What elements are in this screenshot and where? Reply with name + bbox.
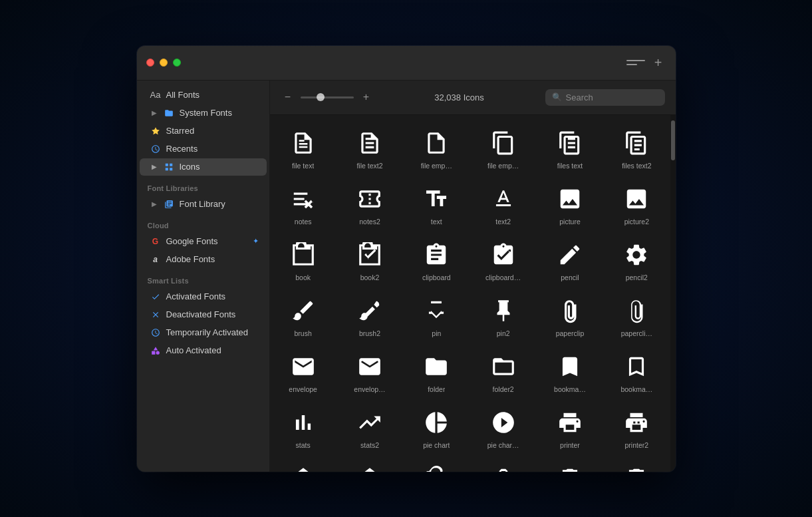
icon-label-stats2: stats2 [360, 441, 379, 449]
zoom-in-button[interactable]: + [359, 90, 374, 104]
sidebar-item-all-fonts[interactable]: Aa All Fonts [140, 86, 267, 104]
maximize-button[interactable] [173, 59, 181, 67]
zoom-slider[interactable] [301, 96, 354, 98]
chevron-right-icon: ▶ [150, 109, 158, 117]
icon-item-pencil[interactable]: pencil [537, 232, 603, 288]
icon-item-printer[interactable]: printer [537, 400, 603, 456]
icon-item-pin[interactable]: pin [403, 288, 470, 344]
icon-svg-text2 [489, 184, 518, 214]
zoom-out-button[interactable]: − [281, 90, 295, 104]
icon-label-files-text2: files text2 [622, 162, 651, 170]
icons-grid-icon [164, 162, 174, 172]
icon-item-envelope2[interactable]: envelop… [337, 344, 403, 400]
icon-item-briefcase2[interactable]: briefcas… [470, 456, 537, 472]
icon-item-book2[interactable]: book2 [337, 232, 403, 288]
icon-label-envelope: envelope [289, 385, 317, 393]
minimize-button[interactable] [160, 59, 168, 67]
sidebar-item-google-fonts[interactable]: G Google Fonts ✦ [140, 233, 267, 250]
icon-item-bookmark1[interactable]: bookma… [537, 344, 603, 400]
icon-item-envelope[interactable]: envelope [270, 344, 337, 400]
icon-svg-envelope2 [355, 352, 384, 381]
scroll-thumb[interactable] [671, 120, 675, 160]
icon-item-stats[interactable]: stats [270, 400, 337, 456]
icon-svg-file-text [289, 128, 318, 158]
icon-item-file-emp2[interactable]: file emp… [470, 120, 537, 176]
icon-item-clipboard[interactable]: clipboard [403, 232, 470, 288]
icon-label-folder: folder [428, 385, 445, 393]
icon-item-pie-chart[interactable]: pie chart [403, 400, 470, 456]
sidebar-item-activated-fonts[interactable]: Activated Fonts [140, 288, 267, 305]
icon-item-briefcase[interactable]: briefcase [403, 456, 470, 472]
search-input[interactable] [566, 92, 658, 102]
zoom-slider-thumb[interactable] [317, 93, 325, 101]
icon-svg-file-emp2 [489, 128, 518, 158]
traffic-lights [146, 59, 181, 67]
sidebar-item-font-library[interactable]: ▶ Font Library [140, 196, 267, 213]
icons-container: file text file text2 file emp… file emp…… [270, 115, 676, 472]
close-button[interactable] [146, 59, 154, 67]
icon-item-file-emp1[interactable]: file emp… [403, 120, 470, 176]
icon-item-brush[interactable]: brush [270, 288, 337, 344]
sidebar: Aa All Fonts ▶ System Fonts Starred [137, 81, 270, 472]
section-header-font-libraries: Font Libraries [137, 176, 269, 195]
icon-item-folder2[interactable]: folder2 [470, 344, 537, 400]
icon-label-pin2: pin2 [497, 329, 510, 337]
icon-item-text[interactable]: text [403, 176, 470, 232]
icon-item-trash2[interactable]: trash2 [603, 456, 670, 472]
icon-item-layers2[interactable]: layers2 [337, 456, 403, 472]
icon-label-file-text: file text [292, 162, 314, 170]
icon-svg-brush2 [355, 296, 384, 325]
add-button[interactable]: + [650, 55, 666, 71]
icon-item-pie-chart2[interactable]: pie char… [470, 400, 537, 456]
sidebar-item-label: Font Library [180, 199, 225, 209]
icon-label-brush: brush [295, 329, 312, 337]
icon-item-file-text[interactable]: file text [270, 120, 337, 176]
search-box[interactable]: 🔍 [545, 89, 665, 106]
icon-item-clipboard2[interactable]: clipboard… [470, 232, 537, 288]
sidebar-item-recents[interactable]: Recents [140, 140, 267, 158]
icon-item-brush2[interactable]: brush2 [337, 288, 403, 344]
icon-item-text2[interactable]: text2 [470, 176, 537, 232]
icon-item-picture[interactable]: picture [537, 176, 603, 232]
sidebar-item-starred[interactable]: Starred [140, 122, 267, 140]
icon-item-file-text2[interactable]: file text2 [337, 120, 403, 176]
sidebar-item-temporarily-activated[interactable]: Temporarily Activated [140, 324, 267, 341]
icon-item-book[interactable]: book [270, 232, 337, 288]
icon-item-folder[interactable]: folder [403, 344, 470, 400]
icon-item-paperclip[interactable]: paperclip [537, 288, 603, 344]
icon-label-paperclip2: papercli… [621, 329, 652, 337]
icon-item-printer2[interactable]: printer2 [603, 400, 670, 456]
icon-svg-book [289, 240, 318, 269]
sidebar-item-label: All Fonts [166, 90, 200, 100]
icon-label-files-text: files text [557, 162, 583, 170]
icon-item-files-text2[interactable]: files text2 [603, 120, 670, 176]
icon-item-picture2[interactable]: picture2 [603, 176, 670, 232]
icon-item-pin2[interactable]: pin2 [470, 288, 537, 344]
icon-item-notes2[interactable]: notes2 [337, 176, 403, 232]
deactivated-fonts-icon [150, 309, 161, 320]
icon-item-layers[interactable]: layers [270, 456, 337, 472]
icon-svg-notes [289, 184, 318, 214]
toolbar: − + 32,038 Icons 🔍 [270, 81, 676, 115]
icon-svg-layers2 [355, 464, 384, 472]
search-icon: 🔍 [552, 92, 562, 102]
icon-label-pin: pin [432, 329, 441, 337]
section-header-smart-lists: Smart Lists [137, 269, 269, 287]
sidebar-item-adobe-fonts[interactable]: a Adobe Fonts [140, 251, 267, 268]
icon-label-envelope2: envelop… [354, 385, 385, 393]
sidebar-toggle-button[interactable] [626, 56, 645, 69]
icon-svg-pencil [555, 240, 585, 269]
icon-item-paperclip2[interactable]: papercli… [603, 288, 670, 344]
icon-item-files-text[interactable]: files text [537, 120, 603, 176]
icon-item-stats2[interactable]: stats2 [337, 400, 403, 456]
sidebar-item-deactivated-fonts[interactable]: Deactivated Fonts [140, 306, 267, 323]
icon-item-bookmark2[interactable]: bookma… [603, 344, 670, 400]
icon-item-trash[interactable]: trash [537, 456, 603, 472]
sidebar-item-system-fonts[interactable]: ▶ System Fonts [140, 104, 267, 122]
icon-svg-folder [422, 352, 451, 381]
sidebar-item-auto-activated[interactable]: Auto Activated [140, 342, 267, 359]
icon-svg-book2 [355, 240, 384, 269]
icon-item-notes[interactable]: notes [270, 176, 337, 232]
sidebar-item-icons[interactable]: ▶ Icons [140, 158, 267, 176]
icon-item-pencil2[interactable]: pencil2 [603, 232, 670, 288]
